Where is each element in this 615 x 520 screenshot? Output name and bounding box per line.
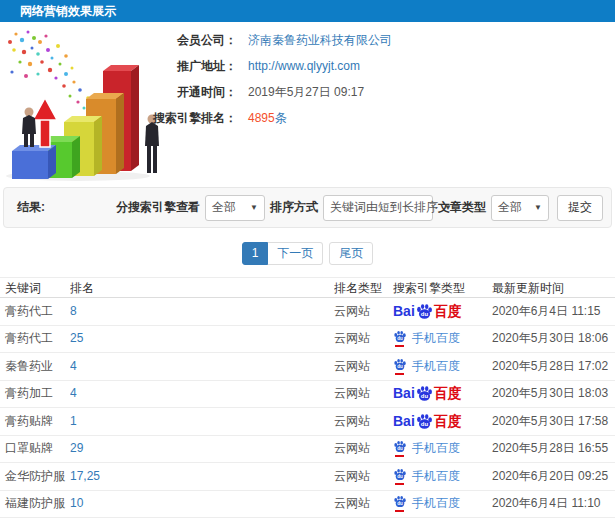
field-label: 推广地址： (0, 53, 237, 79)
svg-text:du: du (397, 474, 403, 479)
chevron-down-icon: ▼ (528, 203, 542, 212)
rank-link[interactable]: 8 (70, 304, 77, 318)
rank-type-text: 云网站 (334, 386, 370, 400)
mobile-baidu-logo: du 手机百度 (393, 325, 460, 353)
field-rank-count: 搜索引擎排名： 4895条 (0, 105, 615, 131)
promo-url-link[interactable]: http://www.qlyyjt.com (248, 59, 360, 73)
keyword-text: 福建防护服 (5, 496, 65, 510)
engine-filter-label: 分搜索引擎查看 (116, 199, 200, 216)
baidu-logo: Bai du 百度 (393, 298, 462, 326)
rank-link[interactable]: 25 (70, 331, 83, 345)
mobile-baidu-label: 手机百度 (412, 490, 460, 518)
keyword-text: 秦鲁药业 (5, 359, 53, 373)
submit-button[interactable]: 提交 (557, 195, 603, 221)
mobile-baidu-label: 手机百度 (412, 463, 460, 491)
header-keyword: 关键词 (0, 278, 70, 297)
rank-link[interactable]: 4 (70, 386, 77, 400)
table-body: 膏药代工 8 云网站 Bai du 百度 2020年6月4日 11:15 膏药代… (0, 298, 615, 518)
article-type-select[interactable]: 全部 ▼ (491, 195, 549, 221)
engine-cell: Bai du 百度 (393, 408, 492, 436)
rank-count-unit: 条 (275, 111, 287, 125)
engine-filter-select[interactable]: 全部 ▼ (205, 195, 265, 221)
mobile-baidu-label: 手机百度 (412, 325, 460, 353)
rank-type-text: 云网站 (334, 441, 370, 455)
baidu-wordmark-bai: Bai (393, 298, 415, 326)
table-row: 膏药加工 4 云网站 Bai du 百度 2020年5月30日 18:03 (0, 381, 615, 409)
rank-type-text: 云网站 (334, 359, 370, 373)
svg-text:du: du (397, 501, 403, 506)
company-info-fields: 会员公司： 济南秦鲁药业科技有限公司 推广地址： http://www.qlyy… (0, 27, 615, 131)
baidu-logo: Bai du 百度 (393, 380, 462, 408)
engine-cell: du 手机百度 (393, 325, 492, 353)
keyword-text: 膏药代工 (5, 331, 53, 345)
engine-cell: du 手机百度 (393, 435, 492, 463)
keyword-text: 膏药代工 (5, 304, 53, 318)
mobile-baidu-label: 手机百度 (412, 435, 460, 463)
rank-link[interactable]: 29 (70, 441, 83, 455)
engine-cell: du 手机百度 (393, 463, 492, 491)
field-url: 推广地址： http://www.qlyyjt.com (0, 53, 615, 79)
field-label: 开通时间： (0, 79, 237, 105)
mobile-baidu-paw-icon: du (393, 440, 407, 457)
updated-time-text: 2020年6月4日 11:15 (492, 304, 601, 318)
rank-type-text: 云网站 (334, 414, 370, 428)
filter-panel: 结果: 分搜索引擎查看 全部 ▼ 排序方式 关键词由短到长排序 ▼ 文章类型 全… (3, 187, 612, 228)
header-rank-type: 排名类型 (334, 278, 393, 297)
page: 网络营销效果展示 (0, 0, 615, 520)
svg-text:du: du (421, 421, 429, 427)
rank-link[interactable]: 1 (70, 414, 77, 428)
rank-type-text: 云网站 (334, 304, 370, 318)
last-page-button[interactable]: 尾页 (329, 242, 373, 265)
table-row: 膏药代工 8 云网站 Bai du 百度 2020年6月4日 11:15 (0, 298, 615, 326)
sort-label: 排序方式 (270, 199, 318, 216)
engine-cell: du 手机百度 (393, 490, 492, 518)
bar-blue (12, 145, 56, 179)
article-type-label: 文章类型 (438, 199, 486, 216)
page-number-current[interactable]: 1 (242, 242, 269, 265)
table-row: 秦鲁药业 4 云网站 du 手机百度 2020年5月28日 17:02 (0, 353, 615, 381)
field-company: 会员公司： 济南秦鲁药业科技有限公司 (0, 27, 615, 53)
keyword-text: 金华防护服 (5, 469, 65, 483)
mobile-baidu-logo: du 手机百度 (393, 435, 460, 463)
table-row: 膏药代工 25 云网站 du 手机百度 2020年5月30日 18:06 (0, 326, 615, 354)
rank-link[interactable]: 17,25 (70, 469, 100, 483)
mobile-baidu-paw-icon: du (393, 468, 407, 485)
updated-time-text: 2020年5月28日 17:02 (492, 359, 608, 373)
article-type-value: 全部 (498, 199, 522, 216)
engine-cell: Bai du 百度 (393, 380, 492, 408)
mobile-baidu-logo: du 手机百度 (393, 490, 460, 518)
mobile-baidu-label: 手机百度 (412, 353, 460, 381)
field-label: 搜索引擎排名： (0, 105, 237, 131)
mobile-baidu-paw-icon: du (393, 358, 407, 375)
svg-text:du: du (421, 394, 429, 400)
ranking-table: 关键词 排名 排名类型 搜索引擎类型 最新更新时间 膏药代工 8 云网站 Bai… (0, 277, 615, 518)
mobile-baidu-logo: du 手机百度 (393, 463, 460, 491)
table-row: 口罩贴牌 29 云网站 du 手机百度 2020年5月28日 16:55 (0, 436, 615, 464)
engine-filter-value: 全部 (212, 199, 236, 216)
baidu-paw-icon: du (416, 413, 433, 430)
mobile-baidu-paw-icon: du (393, 495, 407, 512)
field-open-time: 开通时间： 2019年5月27日 09:17 (0, 79, 615, 105)
table-row: 福建防护服 10 云网站 du 手机百度 2020年6月4日 11:10 (0, 491, 615, 519)
company-link[interactable]: 济南秦鲁药业科技有限公司 (248, 33, 392, 47)
svg-text:du: du (397, 336, 403, 341)
updated-time-text: 2020年6月20日 09:25 (492, 469, 608, 483)
page-title: 网络营销效果展示 (0, 0, 615, 22)
table-header-row: 关键词 排名 排名类型 搜索引擎类型 最新更新时间 (0, 278, 615, 298)
rank-link[interactable]: 10 (70, 496, 83, 510)
sort-select[interactable]: 关键词由短到长排序 ▼ (323, 195, 433, 221)
keyword-text: 口罩贴牌 (5, 441, 53, 455)
svg-text:du: du (421, 311, 429, 317)
baidu-wordmark-cn: 百度 (434, 298, 462, 326)
rank-type-text: 云网站 (334, 496, 370, 510)
header-engine-type: 搜索引擎类型 (393, 278, 492, 297)
next-page-button[interactable]: 下一页 (268, 242, 323, 265)
baidu-wordmark-bai: Bai (393, 380, 415, 408)
baidu-wordmark-cn: 百度 (434, 408, 462, 436)
rank-link[interactable]: 4 (70, 359, 77, 373)
header-rank: 排名 (70, 278, 334, 297)
keyword-text: 膏药贴牌 (5, 414, 53, 428)
updated-time-text: 2020年5月30日 18:03 (492, 386, 608, 400)
chevron-down-icon: ▼ (244, 203, 258, 212)
updated-time-text: 2020年6月4日 11:10 (492, 496, 601, 510)
